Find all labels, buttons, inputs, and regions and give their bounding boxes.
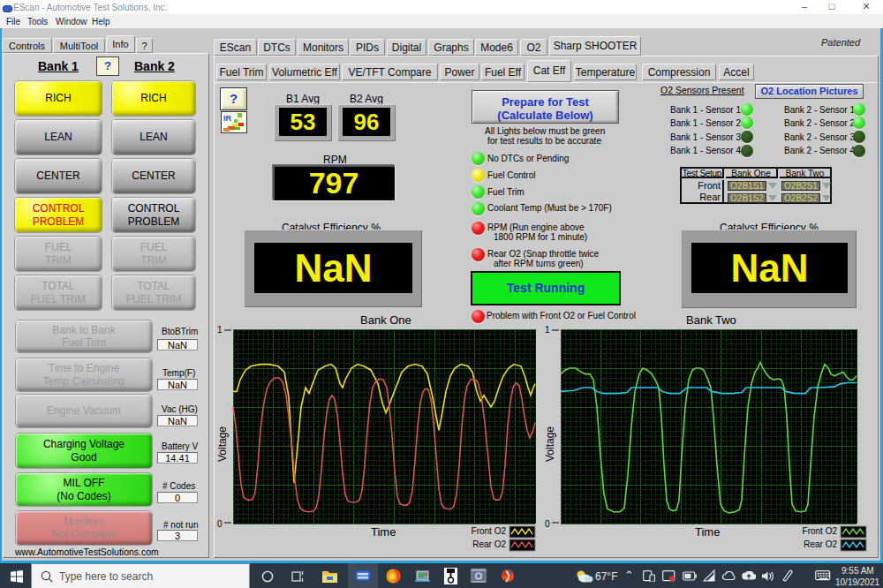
svg-text:Front O2: Front O2 <box>472 526 507 536</box>
svg-text:Voltage: Voltage <box>216 426 229 462</box>
svg-text:Front O2: Front O2 <box>803 526 838 536</box>
svg-text:0: 0 <box>217 519 223 529</box>
svg-text:Bank One: Bank One <box>360 313 411 327</box>
svg-text:Time: Time <box>695 525 720 539</box>
svg-text:Time: Time <box>371 525 396 539</box>
svg-text:Bank Two: Bank Two <box>686 313 736 327</box>
svg-text:Voltage: Voltage <box>544 426 556 462</box>
svg-text:0: 0 <box>545 519 550 529</box>
svg-text:1: 1 <box>217 325 223 335</box>
svg-text:IR: IR <box>223 114 232 123</box>
svg-text:Rear O2: Rear O2 <box>472 539 506 549</box>
svg-text:1: 1 <box>545 325 550 335</box>
svg-text:Rear O2: Rear O2 <box>804 539 837 549</box>
